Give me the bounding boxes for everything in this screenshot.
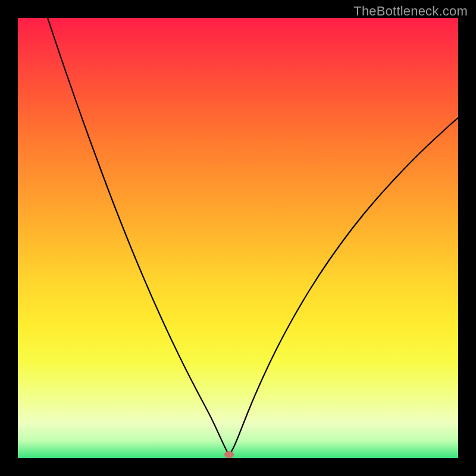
bottleneck-curve xyxy=(48,18,458,453)
outer-frame: TheBottleneck.com xyxy=(0,0,476,476)
curve-svg xyxy=(18,18,458,458)
watermark-text: TheBottleneck.com xyxy=(353,4,468,19)
optimal-marker xyxy=(224,451,234,458)
plot-area xyxy=(18,18,458,458)
